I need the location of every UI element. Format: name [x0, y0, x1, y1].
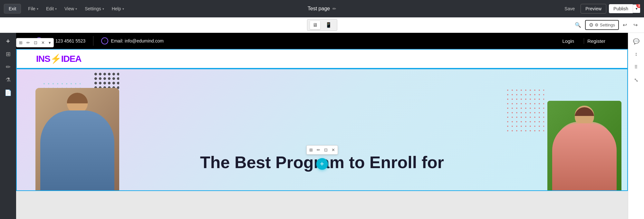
search-button[interactable]: 🔍 [572, 20, 584, 30]
redo-button[interactable]: ↪ [631, 20, 640, 30]
site-navbar: INS⚡IDEA [16, 49, 628, 69]
dots-red-decoration [505, 88, 544, 133]
canvas-area: ↑ Call: 123 4561 5523 ↑ Email: info@edum… [16, 33, 628, 219]
navbar-tb-more[interactable]: ▾ [47, 39, 53, 46]
navbar-tb-copy[interactable]: ⊡ [32, 39, 39, 46]
left-sidebar: + ⊞ ✏ ⚗ 📄 [0, 33, 16, 219]
register-link[interactable]: Register [584, 38, 609, 44]
sidebar-brush[interactable]: ✏ [2, 61, 14, 73]
site-logo: INS⚡IDEA [36, 53, 82, 64]
exit-button[interactable]: Exit [4, 4, 21, 14]
sidebar-flask[interactable]: ⚗ [2, 74, 14, 86]
settings-chevron-icon: ▾ [102, 7, 104, 11]
toolbar-right: Save Preview Publish ▾ 2 [561, 4, 640, 14]
settings-panel-button[interactable]: ⚙ ⚙ Settings [585, 20, 619, 30]
sidebar-page[interactable]: 📄 [2, 87, 14, 99]
publish-group: Publish ▾ 2 [609, 4, 640, 13]
add-section-circle-button[interactable]: + [316, 158, 328, 170]
page-title: Test page [308, 6, 330, 12]
top-toolbar: Exit File ▾ Edit ▾ View ▾ Settings ▾ Hel… [0, 0, 644, 17]
hero-tb-copy[interactable]: ⊡ [322, 146, 330, 154]
settings-menu[interactable]: Settings ▾ [82, 4, 107, 13]
help-chevron-icon: ▾ [122, 7, 124, 11]
navbar-tb-grid[interactable]: ⊞ [17, 39, 24, 46]
sidebar-layers[interactable]: ⊞ [2, 48, 14, 60]
topbar-left: ↑ Call: 123 4561 5523 ↑ Email: info@edum… [35, 36, 164, 46]
sidebar-resize-icon[interactable]: ↕ [630, 48, 642, 60]
page-content: ↑ Call: 123 4561 5523 ↑ Email: info@edum… [16, 33, 628, 191]
hero-tb-delete[interactable]: ✕ [330, 146, 337, 154]
hero-mid-toolbar: ⊞ ✏ ⊡ ✕ [306, 145, 338, 155]
email-upload-icon[interactable]: ↑ [101, 37, 108, 44]
sidebar-grid-icon[interactable]: ⠿ [630, 61, 642, 73]
hero-left-image [35, 88, 119, 191]
login-link[interactable]: Login [559, 38, 577, 44]
preview-button[interactable]: Preview [581, 4, 606, 14]
view-menu[interactable]: View ▾ [61, 4, 80, 13]
right-sidebar: 💬 ↕ ⠿ ⤡ [628, 33, 644, 219]
view-chevron-icon: ▾ [75, 7, 77, 11]
help-menu[interactable]: Help ▾ [109, 4, 127, 13]
logo-lightning-icon: ⚡ [50, 54, 61, 64]
logo-text-2: IDEA [61, 54, 82, 64]
email-text: Email: info@edumind.com [111, 38, 164, 43]
secondary-toolbar-right: 🔍 ⚙ ⚙ Settings ↩ ↪ [572, 20, 640, 30]
logo-text-1: INS [36, 54, 50, 64]
undo-button[interactable]: ↩ [620, 20, 630, 30]
page-title-area: Test page ✏ [308, 6, 336, 12]
hero-tb-edit[interactable]: ✏ [315, 146, 322, 154]
file-menu[interactable]: File ▾ [25, 4, 42, 13]
hero-right-image [547, 101, 621, 191]
hero-tb-grid[interactable]: ⊞ [307, 146, 315, 154]
save-button[interactable]: Save [561, 4, 578, 13]
topbar-right: Login Register [559, 38, 609, 44]
file-chevron-icon: ▾ [37, 7, 38, 11]
hero-section: The Best Program to Enroll for [16, 69, 628, 191]
navbar-tb-edit[interactable]: ✏ [24, 39, 32, 46]
edit-menu[interactable]: Edit ▾ [43, 4, 60, 13]
gear-icon: ⚙ [589, 22, 593, 28]
navbar-wrapper: ⊞ ✏ ⊡ ✕ ▾ INS⚡IDEA [16, 49, 628, 69]
topbar-divider [93, 36, 93, 46]
sidebar-chat-icon[interactable]: 💬 [630, 35, 642, 47]
mobile-view-button[interactable]: 📱 [323, 21, 334, 29]
sidebar-expand-icon[interactable]: ⤡ [630, 74, 642, 86]
publish-button[interactable]: Publish [609, 4, 633, 13]
hero-wrapper: ⊞ ✏ ⊡ ✕ + ≡ ✏ ⊡ ✕ [16, 69, 628, 191]
navbar-section-toolbar: ⊞ ✏ ⊡ ✕ ▾ [16, 38, 54, 47]
site-topbar: ↑ Call: 123 4561 5523 ↑ Email: info@edum… [16, 33, 628, 49]
sidebar-add-section[interactable]: + [2, 35, 14, 47]
topbar-email: ↑ Email: info@edumind.com [101, 37, 164, 44]
edit-chevron-icon: ▾ [55, 7, 57, 11]
device-toggle: 🖥 📱 [307, 19, 337, 31]
page-title-edit-icon[interactable]: ✏ [332, 6, 336, 11]
navbar-tb-delete[interactable]: ✕ [39, 39, 47, 46]
main-area: + ⊞ ✏ ⚗ 📄 ↑ Call: 123 4561 5523 ↑ Email:… [0, 33, 644, 219]
desktop-view-button[interactable]: 🖥 [310, 21, 320, 29]
secondary-toolbar: 🖥 📱 🔍 ⚙ ⚙ Settings ↩ ↪ [0, 17, 644, 33]
